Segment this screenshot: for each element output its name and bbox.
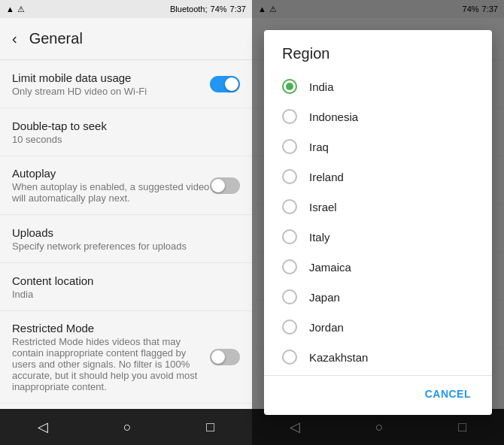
region-item-jordan[interactable]: Jordan: [264, 312, 492, 342]
setting-autoplay-subtitle: When autoplay is enabled, a suggested vi…: [12, 181, 210, 204]
region-label-india: India: [309, 80, 334, 93]
region-dialog: Region India Indonesia Iraq Ireland: [264, 30, 492, 415]
region-label-japan: Japan: [309, 291, 340, 304]
region-label-jordan: Jordan: [309, 321, 344, 334]
region-label-jamaica: Jamaica: [309, 261, 351, 274]
radio-india: [282, 79, 297, 94]
region-item-india[interactable]: India: [264, 71, 492, 101]
region-label-israel: Israel: [309, 201, 337, 213]
setting-double-tap-subtitle: 10 seconds: [12, 134, 240, 145]
status-bar-right-icons: Bluetooth; 74% 7:37: [170, 5, 246, 14]
setting-uploads-title: Uploads: [12, 226, 240, 239]
setting-uploads-subtitle: Specify network preferences for uploads: [12, 241, 240, 252]
radio-ireland: [282, 169, 297, 184]
bluetooth-icon: Bluetooth;: [170, 5, 208, 14]
radio-jamaica: [282, 259, 297, 274]
region-item-japan[interactable]: Japan: [264, 282, 492, 312]
region-item-kazakhstan[interactable]: Kazakhstan: [264, 342, 492, 372]
restricted-mode-toggle[interactable]: [210, 349, 240, 365]
autoplay-toggle[interactable]: [210, 177, 240, 194]
settings-list: Limit mobile data usage Only stream HD v…: [0, 60, 252, 409]
left-toolbar: ‹ General: [0, 18, 252, 60]
dialog-actions: CANCEL: [264, 375, 492, 415]
region-item-jamaica[interactable]: Jamaica: [264, 252, 492, 282]
setting-double-tap-title: Double-tap to seek: [12, 120, 240, 132]
setting-restricted-mode-title: Restricted Mode: [12, 322, 210, 335]
radio-israel: [282, 199, 297, 214]
region-item-ireland[interactable]: Ireland: [264, 162, 492, 192]
region-label-iraq: Iraq: [309, 141, 329, 153]
status-bar-left-icons: ▲ ⚠: [6, 5, 25, 14]
radio-indonesia: [282, 109, 297, 124]
region-item-israel[interactable]: Israel: [264, 192, 492, 222]
nav-recent-button[interactable]: □: [191, 413, 229, 441]
left-panel: ▲ ⚠ Bluetooth; 74% 7:37 ‹ General Limit …: [0, 0, 252, 445]
setting-double-tap[interactable]: Double-tap to seek 10 seconds: [0, 108, 252, 156]
notification-icon: ▲: [6, 5, 14, 14]
radio-italy: [282, 229, 297, 244]
radio-japan: [282, 289, 297, 304]
radio-jordan: [282, 319, 297, 335]
setting-limit-mobile[interactable]: Limit mobile data usage Only stream HD v…: [0, 60, 252, 108]
radio-kazakhstan: [282, 350, 297, 365]
setting-autoplay[interactable]: Autoplay When autoplay is enabled, a sug…: [0, 156, 252, 215]
limit-mobile-toggle[interactable]: [210, 76, 240, 92]
region-item-italy[interactable]: Italy: [264, 222, 492, 252]
region-label-kazakhstan: Kazakhstan: [309, 351, 368, 364]
region-label-ireland: Ireland: [309, 171, 344, 183]
radio-iraq: [282, 139, 297, 154]
cancel-button[interactable]: CANCEL: [416, 382, 480, 406]
left-bottom-nav: ◁ ○ □: [0, 409, 252, 445]
back-button[interactable]: ‹: [12, 30, 17, 47]
page-title: General: [29, 30, 83, 47]
setting-uploads[interactable]: Uploads Specify network preferences for …: [0, 215, 252, 263]
setting-restricted-mode[interactable]: Restricted Mode Restricted Mode hides vi…: [0, 311, 252, 404]
left-status-bar: ▲ ⚠ Bluetooth; 74% 7:37: [0, 0, 252, 18]
region-list: India Indonesia Iraq Ireland Israel Ital: [264, 71, 492, 372]
nav-back-button[interactable]: ◁: [23, 413, 63, 441]
setting-autoplay-title: Autoplay: [12, 167, 210, 180]
setting-content-location-value: India: [12, 289, 240, 300]
region-item-iraq[interactable]: Iraq: [264, 132, 492, 162]
setting-limit-mobile-title: Limit mobile data usage: [12, 71, 210, 84]
nav-home-button[interactable]: ○: [108, 413, 147, 441]
radio-india-inner: [286, 83, 293, 90]
setting-content-location-title: Content location: [12, 274, 240, 287]
region-label-indonesia: Indonesia: [309, 110, 358, 123]
clock: 7:37: [230, 5, 246, 14]
setting-limit-mobile-subtitle: Only stream HD video on Wi-Fi: [12, 86, 210, 97]
region-label-italy: Italy: [309, 231, 330, 244]
battery-level: 74%: [211, 5, 227, 14]
warning-icon: ⚠: [17, 5, 25, 14]
setting-enable-stats[interactable]: Enable stats for nerds: [0, 404, 252, 409]
setting-content-location[interactable]: Content location India: [0, 263, 252, 311]
right-panel: ▲ ⚠ 74% 7:37 ‹ Limit m... Only s... Doub…: [252, 0, 504, 445]
setting-restricted-mode-subtitle: Restricted Mode hides videos that may co…: [12, 336, 210, 392]
dialog-title: Region: [264, 30, 492, 71]
region-item-indonesia[interactable]: Indonesia: [264, 101, 492, 132]
